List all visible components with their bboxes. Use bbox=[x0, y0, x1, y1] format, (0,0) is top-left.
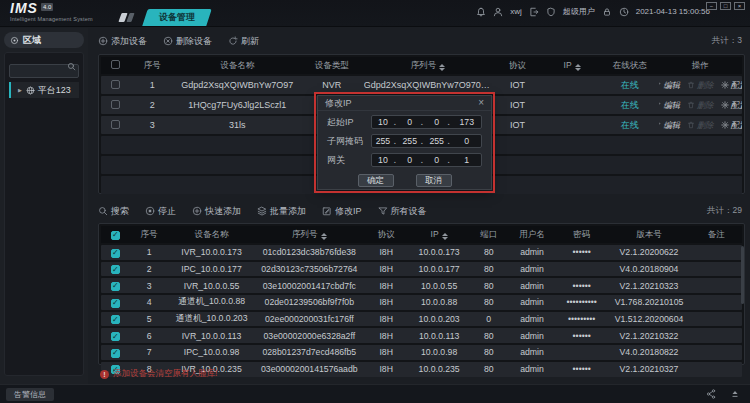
logo-subtitle: Intelligent Management System bbox=[10, 16, 93, 22]
cell-no: 5 bbox=[130, 314, 168, 324]
share-icon[interactable] bbox=[706, 389, 716, 399]
ip-segment[interactable]: 255 bbox=[372, 136, 394, 146]
lock-icon[interactable] bbox=[602, 7, 612, 17]
table-row[interactable]: 2 IPC_10.0.0.177 02d30123c73506b72764 I8… bbox=[101, 262, 742, 277]
ok-button[interactable]: 确定 bbox=[358, 174, 394, 187]
alarm-info-button[interactable]: 告警信息 bbox=[6, 388, 54, 401]
subnet-mask-input[interactable]: 2552552550 bbox=[371, 134, 482, 148]
all-devices-filter[interactable]: 所有设备 bbox=[378, 205, 427, 218]
bell-icon[interactable] bbox=[476, 7, 486, 17]
ip-segment[interactable]: 0 bbox=[399, 117, 421, 127]
tree-item-platform[interactable]: ▶ 平台123 bbox=[9, 82, 79, 98]
chevron-right-icon[interactable]: ▶ bbox=[18, 87, 22, 93]
table-row[interactable]: 5 通道机_10.0.0.203 02ee000200031fc176ff I8… bbox=[101, 312, 742, 327]
ip-segment[interactable]: 255 bbox=[399, 136, 421, 146]
row-checkbox[interactable] bbox=[111, 120, 120, 129]
cell-protocol: I8H bbox=[364, 364, 409, 374]
close-icon[interactable]: × bbox=[478, 98, 484, 108]
header-serial[interactable]: 序列号 bbox=[255, 229, 364, 241]
table-row[interactable]: 4 通道机_10.0.0.88 02de01239506bf9f7f0b I8H… bbox=[101, 295, 742, 310]
apps-grid-icon[interactable] bbox=[118, 13, 134, 22]
layers-icon bbox=[257, 206, 267, 216]
ip-segment[interactable]: 0 bbox=[453, 136, 481, 146]
status-bar: 告警信息 bbox=[0, 384, 750, 403]
delete-device-button[interactable]: 删除设备 bbox=[163, 35, 212, 48]
warning-text: 添加设备会清空原有人脸库! bbox=[113, 368, 217, 380]
tab-device-management[interactable]: 设备管理 bbox=[142, 9, 212, 26]
edit-button[interactable]: 编辑 bbox=[659, 80, 680, 91]
user-icon[interactable] bbox=[493, 7, 503, 17]
delete-button[interactable]: 删除 bbox=[687, 80, 714, 91]
ip-segment[interactable]: 0 bbox=[426, 117, 448, 127]
eject-icon[interactable] bbox=[730, 389, 740, 399]
cell-protocol: I8H bbox=[364, 331, 409, 341]
cell-protocol: IOT bbox=[492, 80, 543, 90]
cell-port: 80 bbox=[470, 264, 508, 274]
batch-add-button[interactable]: 批量添加 bbox=[257, 205, 306, 218]
sort-icon[interactable] bbox=[575, 64, 581, 72]
ip-segment[interactable]: 10 bbox=[372, 117, 394, 127]
delete-button[interactable]: 删除 bbox=[687, 100, 714, 111]
config-button[interactable]: 配置 bbox=[721, 100, 742, 111]
row-checkbox[interactable] bbox=[111, 80, 120, 89]
search-button[interactable]: 搜索 bbox=[98, 205, 129, 218]
quick-add-button[interactable]: 快速添加 bbox=[192, 205, 241, 218]
cell-ip: 10.0.0.203 bbox=[409, 314, 470, 324]
edit-button[interactable]: 编辑 bbox=[659, 120, 680, 131]
row-checkbox[interactable] bbox=[111, 100, 120, 109]
stop-button[interactable]: 停止 bbox=[145, 205, 176, 218]
cancel-button[interactable]: 取消 bbox=[416, 174, 452, 187]
row-checkbox[interactable] bbox=[111, 315, 120, 324]
ip-segment[interactable]: 1 bbox=[453, 155, 481, 165]
sort-icon[interactable] bbox=[442, 233, 448, 241]
row-checkbox[interactable] bbox=[111, 265, 120, 274]
table-row[interactable]: 1 IVR_10.0.0.173 01cd0123dc38b76fde38 I8… bbox=[101, 245, 742, 260]
edit-button[interactable]: 编辑 bbox=[659, 100, 680, 111]
ip-segment[interactable]: 0 bbox=[426, 155, 448, 165]
table-row[interactable]: 7 IPC_10.0.0.98 028b01237d7ecd486fb5 I8H… bbox=[101, 345, 742, 360]
dialog-title: 修改IP bbox=[325, 97, 352, 110]
table-row[interactable]: 3 IVR_10.0.0.55 03e10002001417cbd7fc I8H… bbox=[101, 278, 742, 293]
trash-icon bbox=[687, 101, 695, 109]
header-username: 用户名 bbox=[508, 229, 556, 241]
funnel-icon bbox=[378, 206, 388, 216]
delete-button[interactable]: 删除 bbox=[687, 120, 714, 131]
cell-device-name: IPC_10.0.0.177 bbox=[168, 264, 255, 274]
ip-segment[interactable]: 255 bbox=[426, 136, 448, 146]
cell-version: V1.768.20210105 bbox=[607, 297, 690, 307]
header-serial[interactable]: 序列号 bbox=[364, 60, 492, 72]
config-button[interactable]: 配置 bbox=[721, 120, 742, 131]
row-checkbox[interactable] bbox=[111, 282, 120, 291]
start-ip-input[interactable]: 1000173 bbox=[371, 115, 482, 129]
maximize-button[interactable]: □ bbox=[720, 2, 731, 10]
row-checkbox[interactable] bbox=[111, 349, 120, 358]
vertical-scrollbar[interactable] bbox=[741, 246, 744, 304]
minimize-button[interactable]: − bbox=[706, 2, 717, 10]
add-device-button[interactable]: 添加设备 bbox=[98, 35, 147, 48]
config-button[interactable]: 配置 bbox=[721, 80, 742, 91]
refresh-button[interactable]: 刷新 bbox=[228, 35, 259, 48]
ip-segment[interactable]: 10 bbox=[372, 155, 394, 165]
header-ip[interactable]: IP bbox=[409, 229, 470, 241]
table-row[interactable]: 6 IVR_10.0.0.113 03e00002000e6328a2ff I8… bbox=[101, 328, 742, 343]
ip-segment[interactable]: 173 bbox=[453, 117, 481, 127]
row-checkbox[interactable] bbox=[111, 332, 120, 341]
header-ip[interactable]: IP bbox=[543, 60, 601, 72]
sort-icon[interactable] bbox=[321, 233, 327, 241]
cell-device-type: NVR bbox=[300, 80, 364, 90]
modify-ip-button[interactable]: 修改IP bbox=[322, 205, 362, 218]
gear-icon bbox=[721, 101, 729, 109]
ip-segment[interactable]: 0 bbox=[399, 155, 421, 165]
row-checkbox[interactable] bbox=[111, 299, 120, 308]
cell-username: admin bbox=[508, 314, 556, 324]
logout-icon[interactable] bbox=[529, 7, 539, 17]
sort-icon[interactable] bbox=[439, 64, 445, 72]
table-row[interactable]: 1 Gdpd2XsqXQIWBnYw7O97 NVR Gdpd2XsqXQIWB… bbox=[101, 76, 742, 94]
select-all-checkbox[interactable] bbox=[111, 60, 120, 69]
gateway-input[interactable]: 10001 bbox=[371, 153, 482, 167]
close-button[interactable]: × bbox=[734, 2, 745, 10]
row-checkbox[interactable] bbox=[111, 249, 120, 258]
select-all-checkbox[interactable] bbox=[111, 231, 120, 240]
tab-strip: 设备管理 bbox=[116, 9, 209, 26]
trash-icon bbox=[687, 121, 695, 129]
